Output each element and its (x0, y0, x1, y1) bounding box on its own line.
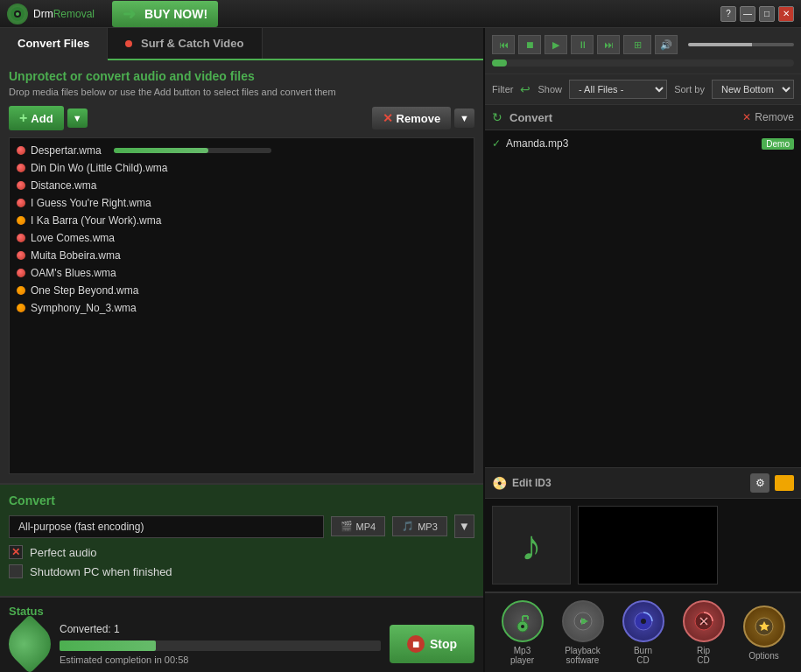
stop-icon: ⏹ (407, 635, 425, 653)
list-item[interactable]: Love Comes.wma (10, 229, 474, 247)
list-item[interactable]: Despertar.wma (10, 142, 474, 159)
options-row: ✕ Perfect audio Shutdown PC when finishe… (9, 545, 474, 578)
file-name: One Step Beyond.wma (31, 284, 138, 297)
checkbox-perfect-audio[interactable]: ✕ (9, 545, 23, 559)
playback-button[interactable]: Playbacksoftware (562, 600, 604, 665)
mp3-player-label: Mp3player (510, 646, 534, 665)
mp3-player-icon (502, 600, 544, 642)
checkbox-shutdown[interactable] (9, 564, 23, 578)
option-shutdown[interactable]: Shutdown PC when finished (9, 564, 474, 578)
help-button[interactable]: ? (720, 6, 736, 22)
status-section: Status Converted: 1 Estimated completion… (0, 596, 483, 672)
player-pause-button[interactable]: ⏸ (571, 35, 594, 54)
convert-section: Convert 🎬 MP4 🎵 MP3 ▼ ✕ Perfect audio (0, 483, 483, 596)
list-item[interactable]: I Guess You're Right.wma (10, 194, 474, 212)
mp3-format-button[interactable]: 🎵 MP3 (392, 516, 447, 536)
player-extra-button[interactable]: ⊞ (623, 35, 651, 54)
add-button[interactable]: + Add (9, 106, 64, 130)
file-status-dot (17, 234, 25, 242)
file-status-dot (17, 164, 25, 172)
player-prev-button[interactable]: ⏮ (492, 35, 515, 54)
filter-row: Filter ↩ Show - All Files -MP3WMAMP4 Sor… (485, 74, 801, 105)
rip-cd-icon (683, 600, 725, 642)
rip-cd-button[interactable]: RipCD (683, 600, 725, 665)
file-name: Muita Bobeira.wma (31, 249, 121, 262)
close-button[interactable]: ✕ (778, 6, 794, 22)
filter-select[interactable]: - All Files -MP3WMAMP4 (569, 80, 667, 99)
list-item[interactable]: Muita Bobeira.wma (10, 247, 474, 264)
rip-cd-label: RipCD (697, 646, 710, 665)
status-progress-fill (60, 640, 156, 651)
edit-id3-icon: 📀 (492, 476, 507, 490)
video-preview (578, 506, 718, 584)
filter-arrow-icon[interactable]: ↩ (520, 82, 530, 96)
maximize-button[interactable]: □ (759, 6, 775, 22)
section-title: Unprotect or convert audio and video fil… (9, 69, 474, 83)
stop-button[interactable]: ⏹ Stop (390, 625, 474, 663)
player-progress-bar[interactable] (492, 60, 794, 66)
window-controls: ? — □ ✕ (720, 6, 794, 22)
tab-convert-files[interactable]: Convert Files (0, 28, 108, 60)
playlist-item[interactable]: ✓ Amanda.mp3 Demo (485, 134, 801, 153)
remove-button[interactable]: ✕ Remove (372, 107, 452, 130)
add-dropdown-button[interactable]: ▼ (67, 108, 88, 128)
player-volume-button[interactable]: 🔊 (655, 35, 678, 54)
id3-folder-button[interactable] (775, 475, 794, 491)
player-controls: ⏮ ⏹ ▶ ⏸ ⏭ ⊞ 🔊 (485, 28, 801, 74)
main-layout: Convert Files Surf & Catch Video Unprote… (0, 28, 801, 672)
format-dropdown-button[interactable]: ▼ (454, 514, 474, 538)
playlist-badge: Demo (762, 138, 794, 150)
filter-label: Filter (492, 84, 513, 94)
svg-point-4 (521, 625, 524, 628)
player-play-button[interactable]: ▶ (545, 35, 567, 54)
burn-cd-button[interactable]: BurnCD (622, 600, 664, 665)
option-perfect-audio[interactable]: ✕ Perfect audio (9, 545, 474, 559)
status-icon-container (9, 623, 51, 665)
playback-label: Playbacksoftware (565, 646, 601, 665)
status-row: Converted: 1 Estimated completion in 00:… (9, 623, 474, 665)
mp3-icon: 🎵 (402, 521, 414, 532)
playback-icon (562, 600, 604, 642)
list-item[interactable]: Din Din Wo (Little Child).wma (10, 159, 474, 177)
show-label: Show (538, 84, 562, 94)
file-status-dot (17, 304, 25, 312)
edit-id3-label: Edit ID3 (512, 477, 745, 489)
x-icon: ✕ (383, 111, 393, 125)
options-label: Options (748, 651, 778, 661)
player-stop-button[interactable]: ⏹ (518, 35, 541, 54)
logo-drm: Drm (33, 8, 53, 20)
tab-surf-catch[interactable]: Surf & Catch Video (108, 28, 262, 59)
id3-settings-button[interactable]: ⚙ (750, 473, 769, 493)
buy-now-button[interactable]: ➜ BUY NOW! (112, 1, 218, 27)
volume-slider[interactable] (688, 43, 794, 46)
file-list-area: Unprotect or convert audio and video fil… (0, 60, 483, 483)
logo-removal: Removal (53, 8, 95, 20)
remove-panel-button[interactable]: ✕ Remove (742, 111, 794, 123)
app-logo: DrmRemoval (7, 4, 95, 24)
plus-icon: + (19, 110, 27, 126)
title-bar: DrmRemoval ➜ BUY NOW! ? — □ ✕ (0, 0, 801, 28)
list-item[interactable]: OAM's Blues.wma (10, 264, 474, 282)
list-item[interactable]: One Step Beyond.wma (10, 282, 474, 299)
mp4-format-button[interactable]: 🎬 MP4 (331, 516, 386, 536)
sort-select[interactable]: New BottomNew TopA-ZZ-A (712, 80, 794, 99)
player-next-button[interactable]: ⏭ (597, 35, 620, 54)
file-status-dot (17, 251, 25, 260)
mp4-icon: 🎬 (341, 521, 353, 532)
minimize-button[interactable]: — (740, 6, 755, 22)
remove-dropdown-button[interactable]: ▼ (454, 108, 474, 128)
list-item[interactable]: Distance.wma (10, 177, 474, 194)
playlist-check-icon: ✓ (492, 137, 501, 150)
list-item[interactable]: I Ka Barra (Your Work).wma (10, 212, 474, 229)
preset-input[interactable] (9, 515, 324, 538)
file-name: Distance.wma (31, 179, 96, 192)
file-status-dot (17, 181, 25, 190)
burn-cd-label: BurnCD (634, 646, 652, 665)
sort-label: Sort by (674, 84, 705, 94)
status-converted: Converted: 1 (60, 623, 381, 635)
music-note-icon: ♪ (521, 522, 542, 570)
options-button[interactable]: Options (743, 606, 785, 661)
list-item[interactable]: Symphony_No_3.wma (10, 299, 474, 317)
mp3-player-button[interactable]: Mp3player (502, 600, 544, 665)
svg-point-2 (16, 12, 19, 16)
